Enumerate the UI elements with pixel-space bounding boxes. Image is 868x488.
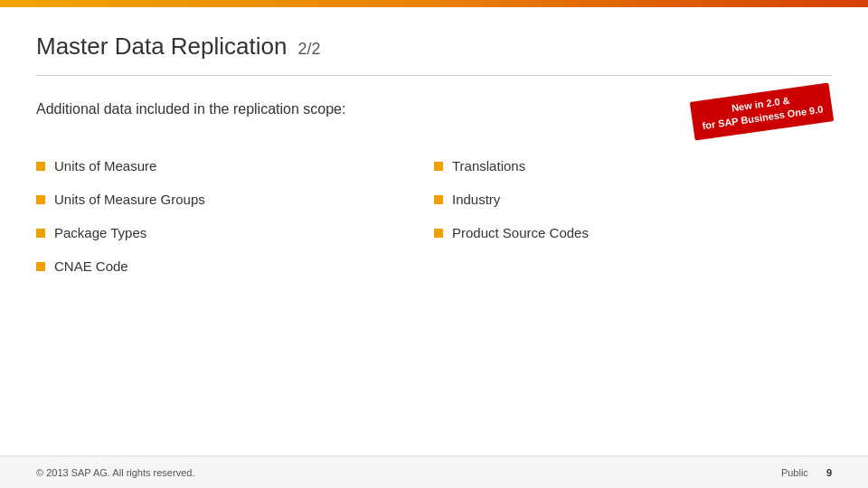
list-item: Translations xyxy=(434,158,832,174)
bullet-label: Product Source Codes xyxy=(452,225,589,240)
list-item: Units of Measure xyxy=(36,158,434,174)
bullet-icon xyxy=(36,162,45,171)
bullet-label: Industry xyxy=(452,192,500,207)
bullet-icon xyxy=(36,195,45,204)
footer-status: Public xyxy=(781,467,808,478)
columns-row: Units of Measure Units of Measure Groups… xyxy=(36,158,832,292)
bullet-icon xyxy=(434,162,443,171)
title-divider xyxy=(36,75,832,76)
page-version: 2/2 xyxy=(297,40,320,59)
list-item: CNAE Code xyxy=(36,258,434,274)
footer-right: Public 9 xyxy=(781,467,832,478)
list-item: Product Source Codes xyxy=(434,225,832,240)
footer: © 2013 SAP AG. All rights reserved. Publ… xyxy=(0,455,868,488)
main-content: Master Data Replication 2/2 Additional d… xyxy=(0,7,868,292)
bullet-label: Translations xyxy=(452,158,525,174)
subtitle-text: Additional data included in the replicat… xyxy=(36,101,345,117)
footer-page: 9 xyxy=(826,467,832,478)
footer-copyright: © 2013 SAP AG. All rights reserved. xyxy=(36,467,194,478)
bullet-icon xyxy=(36,229,45,238)
list-item: Industry xyxy=(434,192,832,207)
badge-container: New in 2.0 & for SAP Business One 9.0 xyxy=(692,92,832,131)
bullet-icon xyxy=(36,262,45,271)
bullet-label: Package Types xyxy=(54,225,146,240)
left-column: Units of Measure Units of Measure Groups… xyxy=(36,158,434,292)
version-badge: New in 2.0 & for SAP Business One 9.0 xyxy=(690,82,834,140)
bullet-icon xyxy=(434,195,443,204)
list-item: Units of Measure Groups xyxy=(36,192,434,207)
bullet-label: Units of Measure Groups xyxy=(54,192,205,207)
page-title: Master Data Replication xyxy=(36,33,287,61)
subtitle-row: Additional data included in the replicat… xyxy=(36,101,832,131)
title-row: Master Data Replication 2/2 xyxy=(36,33,832,61)
bullet-label: Units of Measure xyxy=(54,158,156,174)
list-item: Package Types xyxy=(36,225,434,240)
bullet-label: CNAE Code xyxy=(54,258,128,274)
bullet-icon xyxy=(434,229,443,238)
top-bar xyxy=(0,0,868,7)
right-column: Translations Industry Product Source Cod… xyxy=(434,158,832,292)
